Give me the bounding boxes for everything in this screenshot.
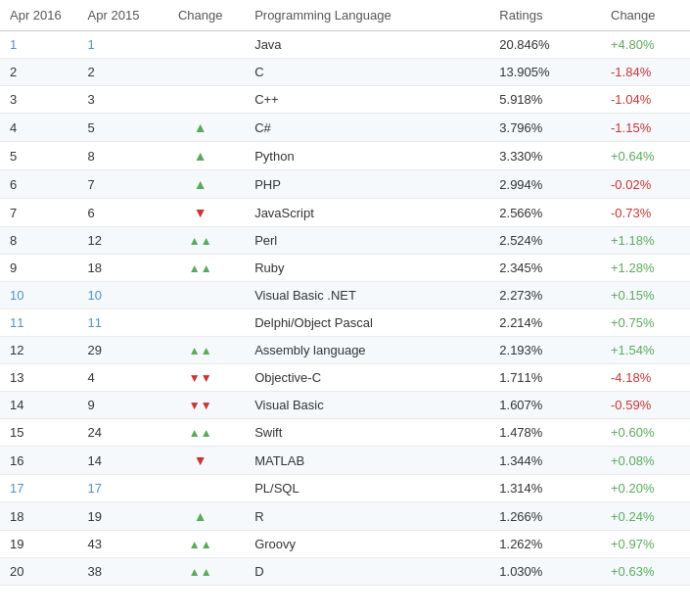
change-arrow-cell: ▲▲ <box>156 255 245 282</box>
change-percent-cell: -1.04% <box>601 86 690 114</box>
ratings-cell: 2.994% <box>489 170 601 199</box>
change-arrow-cell: ▲ <box>156 502 245 531</box>
rank-cell: 15 <box>0 419 78 447</box>
rank-cell: 2 <box>0 59 78 86</box>
rank-cell[interactable]: 1 <box>0 31 78 59</box>
ratings-cell: 2.214% <box>489 309 601 337</box>
ratings-cell: 1.711% <box>489 364 601 392</box>
prev-rank-cell: 9 <box>78 392 157 419</box>
table-row: 22C13.905%-1.84% <box>0 59 690 86</box>
table-row: 1010Visual Basic .NET2.273%+0.15% <box>0 282 690 309</box>
change-percent-cell: +0.08% <box>601 447 690 475</box>
change-arrow-cell: ▲ <box>156 170 245 199</box>
prev-rank-cell[interactable]: 10 <box>78 282 157 309</box>
change-percent-cell: +4.80% <box>601 31 690 59</box>
change-arrow-cell <box>156 309 245 337</box>
table-row: 1614▼MATLAB1.344%+0.08% <box>0 447 690 475</box>
rank-cell: 3 <box>0 86 78 114</box>
prev-rank-cell: 5 <box>78 114 157 142</box>
rank-cell: 13 <box>0 364 78 392</box>
header-change: Change <box>156 0 245 31</box>
prev-rank-cell[interactable]: 1 <box>78 31 157 59</box>
ratings-cell: 2.273% <box>489 282 601 309</box>
rank-cell: 5 <box>0 142 78 170</box>
prev-rank-cell[interactable]: 11 <box>78 309 157 337</box>
rank-cell: 7 <box>0 199 78 227</box>
rank-cell[interactable]: 17 <box>0 475 78 502</box>
change-arrow-cell: ▲▲ <box>156 558 245 586</box>
change-percent-cell: +0.60% <box>601 419 690 447</box>
language-cell: Perl <box>245 227 489 255</box>
change-arrow-cell: ▲ <box>156 114 245 142</box>
language-cell: C <box>245 59 489 86</box>
change-arrow-cell <box>156 59 245 86</box>
arrow-up-icon: ▲ <box>194 119 207 135</box>
ratings-cell: 2.566% <box>489 199 601 227</box>
prev-rank-cell: 12 <box>78 227 157 255</box>
ratings-cell: 13.905% <box>489 59 601 86</box>
prev-rank-cell: 6 <box>78 199 157 227</box>
change-percent-cell: +0.75% <box>601 309 690 337</box>
prev-rank-cell: 43 <box>78 531 157 558</box>
language-cell: Delphi/Object Pascal <box>245 309 489 337</box>
arrow-up-icon: ▲ <box>194 508 207 524</box>
change-percent-cell: +1.54% <box>601 337 690 364</box>
double-arrow-up-icon: ▲▲ <box>189 538 212 551</box>
table-row: 67▲PHP2.994%-0.02% <box>0 170 690 199</box>
prev-rank-cell: 29 <box>78 337 157 364</box>
change-percent-cell: -0.73% <box>601 199 690 227</box>
table-row: 1943▲▲Groovy1.262%+0.97% <box>0 531 690 558</box>
change-arrow-cell: ▲▲ <box>156 227 245 255</box>
double-arrow-up-icon: ▲▲ <box>189 344 212 357</box>
ratings-cell: 2.524% <box>489 227 601 255</box>
ratings-cell: 1.344% <box>489 447 601 475</box>
rank-cell: 8 <box>0 227 78 255</box>
header-lang: Programming Language <box>245 0 489 31</box>
prev-rank-cell[interactable]: 17 <box>78 475 157 502</box>
change-percent-cell: -1.15% <box>601 114 690 142</box>
ratings-cell: 2.345% <box>489 255 601 282</box>
prev-rank-cell: 14 <box>78 447 157 475</box>
table-row: 1111Delphi/Object Pascal2.214%+0.75% <box>0 309 690 337</box>
prev-rank-cell: 4 <box>78 364 157 392</box>
prev-rank-cell: 8 <box>78 142 157 170</box>
rank-cell: 4 <box>0 114 78 142</box>
header-apr2015: Apr 2015 <box>78 0 157 31</box>
double-arrow-up-icon: ▲▲ <box>189 565 212 579</box>
change-arrow-cell: ▼ <box>156 447 245 475</box>
table-row: 2038▲▲D1.030%+0.63% <box>0 558 690 586</box>
arrow-down-icon: ▼ <box>194 452 207 468</box>
change-arrow-cell: ▲▲ <box>156 337 245 364</box>
change-percent-cell: -0.59% <box>601 392 690 419</box>
table-row: 812▲▲Perl2.524%+1.18% <box>0 227 690 255</box>
change-arrow-cell: ▼▼ <box>156 392 245 419</box>
language-cell: C++ <box>245 86 489 114</box>
double-arrow-up-icon: ▲▲ <box>189 234 212 248</box>
change-percent-cell: +0.24% <box>601 502 690 531</box>
rank-cell[interactable]: 10 <box>0 282 78 309</box>
language-cell: Assembly language <box>245 337 489 364</box>
table-row: 1229▲▲Assembly language2.193%+1.54% <box>0 337 690 364</box>
language-cell: PL/SQL <box>245 475 489 502</box>
change-percent-cell: -0.02% <box>601 170 690 199</box>
language-cell: PHP <box>245 170 489 199</box>
rank-cell: 16 <box>0 447 78 475</box>
prev-rank-cell: 19 <box>78 502 157 531</box>
table-row: 76▼JavaScript2.566%-0.73% <box>0 199 690 227</box>
ratings-cell: 1.266% <box>489 502 601 531</box>
rank-cell: 20 <box>0 558 78 586</box>
change-arrow-cell: ▼ <box>156 199 245 227</box>
prev-rank-cell: 18 <box>78 255 157 282</box>
rank-cell[interactable]: 11 <box>0 309 78 337</box>
prev-rank-cell: 2 <box>78 59 157 86</box>
language-cell: Python <box>245 142 489 170</box>
language-cell: MATLAB <box>245 447 489 475</box>
arrow-up-icon: ▲ <box>194 176 207 192</box>
language-cell: Swift <box>245 419 489 447</box>
table-row: 1819▲R1.266%+0.24% <box>0 502 690 531</box>
prev-rank-cell: 3 <box>78 86 157 114</box>
header-chg: Change <box>601 0 690 31</box>
ratings-cell: 3.796% <box>489 114 601 142</box>
language-cell: C# <box>245 114 489 142</box>
table-row: 33C++5.918%-1.04% <box>0 86 690 114</box>
